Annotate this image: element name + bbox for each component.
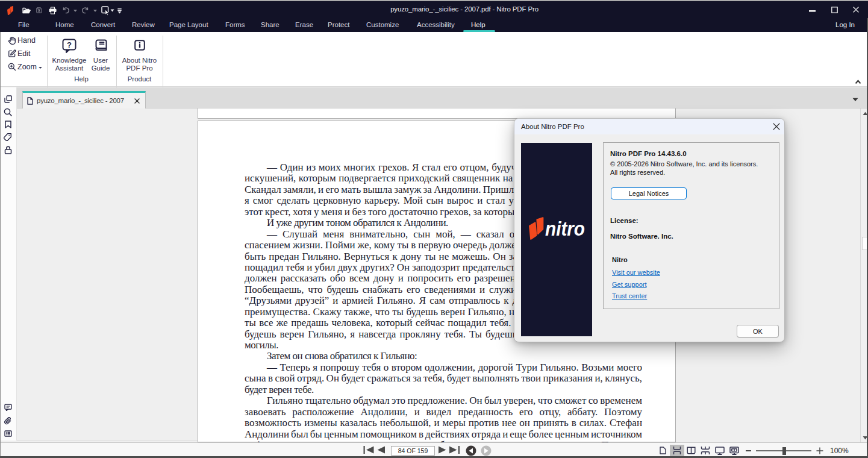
svg-text:?: ? [67, 40, 72, 49]
svg-text:nitro: nitro [545, 217, 585, 240]
